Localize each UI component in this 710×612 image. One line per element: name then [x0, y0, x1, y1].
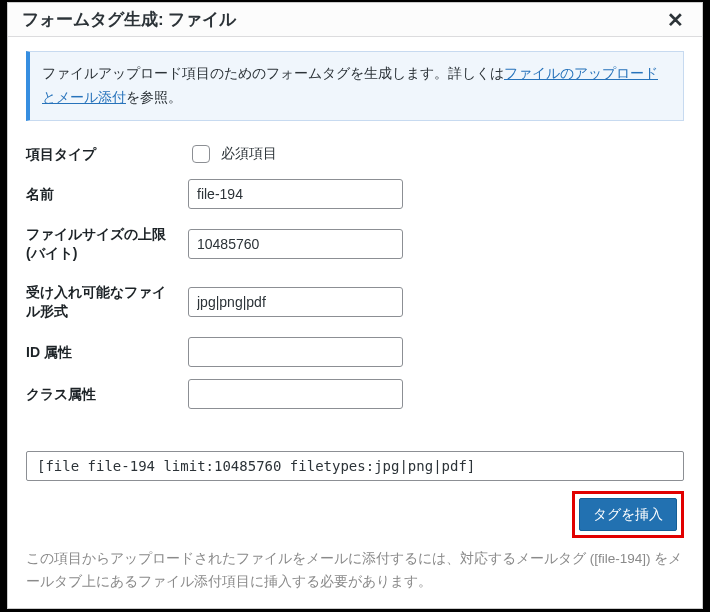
insert-highlight: タグを挿入 — [572, 491, 684, 538]
limit-input[interactable] — [188, 229, 403, 259]
insert-row: タグを挿入 — [26, 491, 684, 538]
required-checkbox-wrap[interactable]: 必須項目 — [188, 142, 684, 166]
dialog-title: フォームタグ生成: ファイル — [22, 8, 236, 31]
titlebar: フォームタグ生成: ファイル ✕ — [8, 3, 702, 37]
note-part-a: この項目からアップロードされたファイルをメールに添付するには、対応するメールタグ… — [26, 551, 594, 566]
dialog-bottom: タグを挿入 この項目からアップロードされたファイルをメールに添付するには、対応す… — [26, 451, 684, 594]
row-class: クラス属性 — [26, 373, 684, 415]
dialog-content: ファイルアップロード項目のためのフォームタグを生成します。詳しくはファイルのアッ… — [8, 37, 702, 415]
label-limit: ファイルサイズの上限 (バイト) — [26, 215, 188, 273]
info-text-suffix: を参照。 — [126, 89, 182, 105]
info-text-prefix: ファイルアップロード項目のためのフォームタグを生成します。詳しくは — [42, 65, 504, 81]
filetypes-input[interactable] — [188, 287, 403, 317]
label-type: 項目タイプ — [26, 135, 188, 174]
tag-output[interactable] — [26, 451, 684, 481]
row-name: 名前 — [26, 173, 684, 215]
required-label: 必須項目 — [221, 145, 277, 163]
label-id: ID 属性 — [26, 331, 188, 373]
note-mailtag: [file-194] — [594, 551, 646, 566]
row-id: ID 属性 — [26, 331, 684, 373]
info-box: ファイルアップロード項目のためのフォームタグを生成します。詳しくはファイルのアッ… — [26, 51, 684, 121]
label-name: 名前 — [26, 173, 188, 215]
row-limit: ファイルサイズの上限 (バイト) — [26, 215, 684, 273]
insert-tag-button[interactable]: タグを挿入 — [579, 498, 677, 531]
id-input[interactable] — [188, 337, 403, 367]
class-input[interactable] — [188, 379, 403, 409]
close-icon: ✕ — [667, 9, 684, 31]
footer-note: この項目からアップロードされたファイルをメールに添付するには、対応するメールタグ… — [26, 548, 684, 594]
close-button[interactable]: ✕ — [663, 8, 688, 32]
name-input[interactable] — [188, 179, 403, 209]
form-tag-generator-dialog: フォームタグ生成: ファイル ✕ ファイルアップロード項目のためのフォームタグを… — [7, 2, 703, 609]
label-filetypes: 受け入れ可能なファイル形式 — [26, 273, 188, 331]
required-checkbox[interactable] — [192, 145, 210, 163]
label-class: クラス属性 — [26, 373, 188, 415]
row-filetypes: 受け入れ可能なファイル形式 — [26, 273, 684, 331]
row-type: 項目タイプ 必須項目 — [26, 135, 684, 174]
form-fields-table: 項目タイプ 必須項目 名前 ファイルサイズの上限 (バイト) 受け入れ可能なファ… — [26, 135, 684, 415]
